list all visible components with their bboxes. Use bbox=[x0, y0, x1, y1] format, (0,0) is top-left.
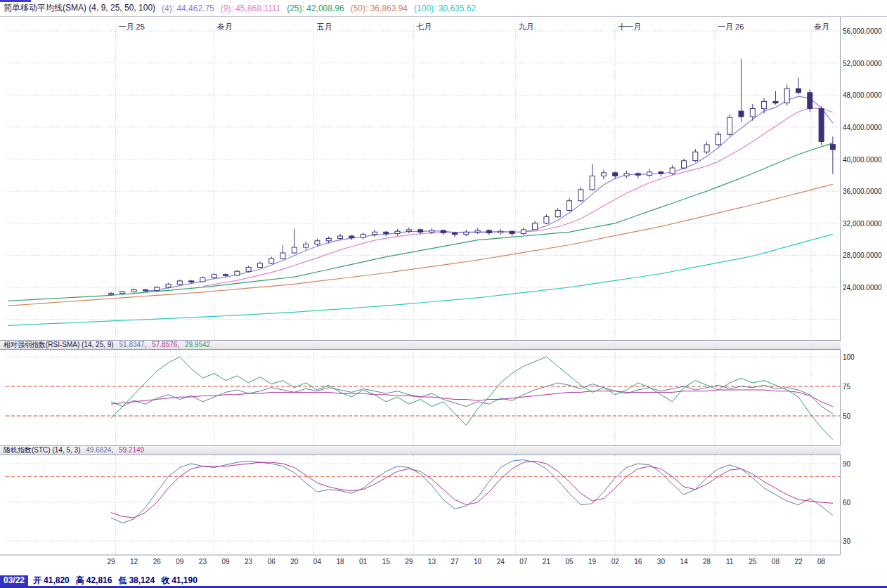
candle-body[interactable] bbox=[257, 263, 262, 268]
month-label: 叁月 bbox=[814, 22, 829, 31]
x-date-label: 13 bbox=[428, 558, 436, 566]
candle-body[interactable] bbox=[521, 230, 526, 234]
stc-axis-tick: 60 bbox=[843, 499, 851, 507]
candle-body[interactable] bbox=[235, 271, 240, 275]
candle-body[interactable] bbox=[304, 244, 309, 247]
candle-body[interactable] bbox=[109, 294, 114, 295]
candle-body[interactable] bbox=[429, 230, 434, 232]
x-date-label: 08 bbox=[772, 558, 780, 566]
status-high-label: 高 bbox=[76, 575, 84, 585]
candle-body[interactable] bbox=[143, 289, 148, 291]
chart-canvas[interactable]: 一月 25叁月五月七月九月十一月一月 26叁月56,000.000052,000… bbox=[0, 0, 887, 588]
candle-body[interactable] bbox=[796, 89, 801, 93]
x-date-label: 07 bbox=[519, 558, 528, 566]
main-axis-tick: 28,000.0000 bbox=[843, 251, 882, 259]
stc-axis-tick: 90 bbox=[843, 460, 851, 468]
candle-body[interactable] bbox=[212, 275, 216, 278]
candle-body[interactable] bbox=[349, 236, 354, 237]
sma4-legend-value: 44,462.75 bbox=[176, 4, 214, 13]
sma-legend-bar: 简单移动平均线(SMA) (4, 9, 25, 50, 100) (4): 44… bbox=[0, 0, 887, 17]
candle-body[interactable] bbox=[578, 190, 583, 201]
candle-body[interactable] bbox=[750, 109, 755, 117]
candle-body[interactable] bbox=[670, 168, 675, 174]
status-high-value: 42,816 bbox=[86, 575, 112, 585]
candle-body[interactable] bbox=[635, 174, 640, 175]
candle-body[interactable] bbox=[292, 247, 297, 253]
candle-body[interactable] bbox=[773, 101, 778, 103]
x-date-label: 05 bbox=[565, 558, 574, 566]
x-date-label: 02 bbox=[611, 558, 620, 566]
candle-body[interactable] bbox=[784, 89, 789, 103]
stc-axis-tick: 30 bbox=[843, 537, 851, 545]
candle-body[interactable] bbox=[739, 111, 744, 117]
status-open: 开41,820 bbox=[33, 575, 70, 587]
x-date-label: 14 bbox=[680, 558, 688, 566]
candle-body[interactable] bbox=[120, 292, 125, 293]
candle-body[interactable] bbox=[189, 281, 194, 282]
rsi14-line bbox=[111, 383, 833, 414]
candle-body[interactable] bbox=[808, 93, 812, 109]
candle-body[interactable] bbox=[372, 232, 377, 234]
rsi-value-25: 57.8576 bbox=[152, 341, 179, 348]
candle-body[interactable] bbox=[601, 173, 606, 176]
candle-body[interactable] bbox=[830, 145, 835, 150]
candle-body[interactable] bbox=[613, 173, 618, 176]
x-date-label: 26 bbox=[153, 558, 162, 566]
candle-body[interactable] bbox=[819, 109, 824, 142]
rsi-panel-title: 相对强弱指数(RSI-SMA) (14, 25, 9) bbox=[4, 341, 114, 348]
candle-body[interactable] bbox=[384, 232, 389, 233]
x-date-label: 12 bbox=[130, 558, 138, 566]
candle-body[interactable] bbox=[682, 161, 687, 168]
candle-body[interactable] bbox=[315, 241, 320, 244]
candle-body[interactable] bbox=[326, 238, 331, 240]
candle-body[interactable] bbox=[280, 253, 285, 259]
rsi-value-9: 29.9542 bbox=[185, 341, 210, 348]
candle-body[interactable] bbox=[464, 232, 469, 234]
candle-body[interactable] bbox=[361, 235, 365, 238]
candle-body[interactable] bbox=[453, 233, 458, 234]
candle-body[interactable] bbox=[224, 275, 228, 276]
candle-body[interactable] bbox=[131, 289, 136, 292]
month-label: 一月 26 bbox=[718, 22, 744, 31]
x-date-label: 20 bbox=[290, 558, 299, 566]
candle-body[interactable] bbox=[659, 172, 663, 174]
x-date-label: 15 bbox=[382, 558, 391, 566]
candle-body[interactable] bbox=[475, 230, 480, 232]
x-date-label: 23 bbox=[199, 558, 207, 566]
status-date-badge[interactable]: 03/22 bbox=[0, 575, 28, 586]
candle-body[interactable] bbox=[716, 134, 720, 145]
sma100-line bbox=[8, 234, 833, 325]
candle-body[interactable] bbox=[533, 223, 538, 230]
candle-body[interactable] bbox=[544, 217, 549, 223]
candle-body[interactable] bbox=[486, 230, 491, 233]
candle-body[interactable] bbox=[166, 284, 171, 287]
stc-value-d: 59.2149 bbox=[119, 446, 144, 454]
candle-body[interactable] bbox=[418, 230, 423, 232]
candle-body[interactable] bbox=[200, 277, 205, 282]
candle-body[interactable] bbox=[155, 287, 160, 291]
candle-body[interactable] bbox=[590, 176, 595, 190]
candle-body[interactable] bbox=[704, 145, 709, 152]
candle-body[interactable] bbox=[269, 259, 274, 263]
x-date-label: 10 bbox=[474, 558, 482, 566]
candle-body[interactable] bbox=[177, 281, 182, 285]
candle-body[interactable] bbox=[498, 231, 503, 233]
candle-body[interactable] bbox=[567, 201, 572, 211]
candle-body[interactable] bbox=[338, 236, 343, 238]
candle-body[interactable] bbox=[441, 230, 446, 233]
month-label: 九月 bbox=[518, 22, 533, 31]
candle-body[interactable] bbox=[624, 174, 629, 176]
candle-body[interactable] bbox=[246, 268, 251, 272]
candle-body[interactable] bbox=[693, 152, 698, 161]
candle-body[interactable] bbox=[395, 231, 400, 233]
candle-body[interactable] bbox=[406, 230, 411, 231]
sma100-legend-item: (100): 30,635.62 bbox=[414, 4, 476, 13]
candle-body[interactable] bbox=[647, 172, 652, 176]
candle-body[interactable] bbox=[555, 211, 560, 217]
stc-value-k: 49.6824 bbox=[86, 446, 113, 454]
rsi9-line bbox=[111, 357, 833, 440]
status-low-value: 38,124 bbox=[129, 575, 155, 585]
candle-body[interactable] bbox=[762, 101, 767, 108]
candle-body[interactable] bbox=[510, 231, 514, 233]
candle-body[interactable] bbox=[727, 117, 732, 134]
